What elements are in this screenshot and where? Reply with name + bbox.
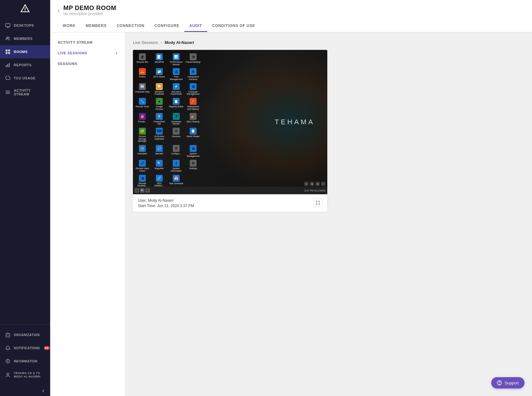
desktop-icon[interactable]: 🖥Remote Desktop... <box>134 174 150 188</box>
tab-audit[interactable]: AUDIT <box>184 20 207 32</box>
sidebar-item-notifications[interactable]: NOTIFICATIONS 50 <box>0 341 50 355</box>
sidebar-item-user[interactable]: TEHAMA CS & TS MODY AL-NASERI <box>0 368 50 382</box>
icon-label: Services <box>172 135 181 138</box>
sidebar-item-rooms[interactable]: ROOMS <box>0 45 50 58</box>
search-taskbar-icon[interactable]: 🔍 <box>140 188 145 193</box>
icon-label: Recovery PowerShell <box>169 91 184 95</box>
sidebar-collapse-btn[interactable] <box>0 386 50 396</box>
desktop-icon[interactable]: 📋Registry Editor <box>168 97 184 111</box>
desktop-icon[interactable]: ⚡Recovery PowerShell <box>168 82 184 96</box>
icon-label: Computer Management <box>186 91 201 95</box>
audit-nav-sessions[interactable]: SESSIONS <box>50 59 125 69</box>
desktop-icon[interactable]: 📋Event Viewer <box>185 127 201 143</box>
chevron-right-icon: › <box>116 51 118 56</box>
svg-rect-10 <box>6 52 8 54</box>
tab-connection[interactable]: CONNECTION <box>112 20 150 32</box>
icon-label: DFS Viewer <box>153 76 165 78</box>
desktop-icon[interactable]: 💬Windows Feedback <box>151 82 167 96</box>
desktop-icon[interactable]: ⚡PowerShell ISE <box>151 112 167 126</box>
desktop-icon[interactable]: ⚙Settings <box>185 159 201 173</box>
desktop-icon[interactable]: 🔒Private... <box>134 112 150 126</box>
desktop-icon[interactable]: 🧮Calculator <box>134 144 150 158</box>
icon-label: System Management <box>186 153 201 157</box>
audit-nav-live-sessions[interactable]: LIVE SESSIONS › <box>50 47 125 59</box>
desktop-icon[interactable]: 🖊Remote Input Panel <box>134 159 150 173</box>
desktop-icon <box>5 23 11 28</box>
desktop-icon[interactable]: 🔐Secure Storage Manager <box>134 127 150 143</box>
sidebar-item-information[interactable]: INFORMATION <box>0 355 50 368</box>
sidebar-item-label: ACTIVITY STREAM <box>14 88 45 96</box>
icon-label: Remote Input Panel <box>135 167 150 172</box>
desktop-icon[interactable]: 🔊Narrator <box>151 144 167 158</box>
desktop-icon[interactable]: 🧹Disk Cleanup <box>185 112 201 126</box>
desktop-icon[interactable]: 🦊Firefox <box>134 67 150 81</box>
sidebar-item-organization[interactable]: ORGANIZATION <box>0 328 50 341</box>
breadcrumb-parent[interactable]: Live Sessions <box>133 40 158 45</box>
room-description: No description provided <box>63 12 116 16</box>
desktop-icon[interactable]: 🔍Magnifier <box>151 159 167 173</box>
icon-label: Settings <box>189 167 197 170</box>
tab-configure[interactable]: CONFIGURE <box>150 20 184 32</box>
ctrl-btn-2[interactable]: ⊞ <box>310 182 314 186</box>
icon-label: Recycle Bin <box>137 61 148 63</box>
desktop-icon[interactable]: ⚙Configur... <box>168 144 184 158</box>
icon-label: Character Map <box>135 91 150 93</box>
sidebar-item-tcu-usage[interactable]: TCU USAGE <box>0 72 50 85</box>
people-icon <box>5 36 11 41</box>
desktop-icon[interactable]: 📁DFS Viewer <box>151 67 167 81</box>
desktop-icon[interactable]: ℹSystem Information <box>168 159 184 173</box>
sidebar-item-activity-stream[interactable]: ACTIVITY STREAM <box>0 85 50 100</box>
icon-image: 🔐 <box>139 128 146 135</box>
icon-image: 📋 <box>190 128 197 135</box>
desktop-icon[interactable]: 🖥Virtual Desktop <box>185 52 201 67</box>
desktop-icon[interactable]: 📊Performance Monitor <box>168 52 184 67</box>
svg-rect-16 <box>6 92 10 93</box>
desktop-icon[interactable]: 📝WordPad <box>151 52 167 67</box>
desktop-icon[interactable]: ●Google Chrome <box>151 97 167 111</box>
expand-button[interactable] <box>313 198 322 207</box>
desktop-icon[interactable]: ⬇Download Monitor <box>168 112 184 126</box>
ctrl-btn-3[interactable]: ⊟ <box>315 182 320 186</box>
desktop-icon[interactable]: ⚙Component Services <box>185 67 201 81</box>
icon-row: 🖥Remote Desktop...🔗DES Initiation...📅Tas… <box>134 174 204 188</box>
desktop-icon[interactable]: 🔤Character Map <box>134 82 150 96</box>
session-card: 🗑Recycle Bin📝WordPad📊Performance Monitor… <box>133 50 327 212</box>
desktop-icon[interactable]: 📅Task Schedule <box>168 174 184 188</box>
bar-chart-icon <box>5 62 11 68</box>
header-tabs: WORK MEMBERS CONNECTION CONFIGURE AUDIT … <box>58 20 524 32</box>
desktop-icon[interactable]: ⚙Services <box>168 127 184 143</box>
icon-row: 🗑Recycle Bin📝WordPad📊Performance Monitor… <box>134 52 204 67</box>
cloud-icon <box>5 75 11 81</box>
tab-conditions-of-use[interactable]: CONDITIONS OF USE <box>207 20 260 32</box>
sidebar-item-desktops[interactable]: DESKTOPS <box>0 19 50 32</box>
icon-label: Secure Storage Manager <box>135 135 150 142</box>
back-button[interactable]: ‹ <box>58 8 60 13</box>
sidebar-item-members[interactable]: MEMBERS <box>0 32 50 45</box>
sidebar-item-reports[interactable]: REPORTS <box>0 58 50 72</box>
icon-label: Windows Feedback <box>152 91 167 95</box>
sidebar-item-label: TEHAMA CS & TS MODY AL-NASERI <box>14 372 45 378</box>
support-button[interactable]: Support <box>491 377 524 388</box>
desktop-icon[interactable]: 🖥System Management <box>185 144 201 158</box>
icon-image: 🧮 <box>139 145 146 152</box>
audit-nav-activity-stream[interactable]: ACTIVITY STREAM <box>50 37 125 47</box>
desktop-icon[interactable]: ⌨OnScreen Keyboard <box>151 127 167 143</box>
icon-image: 🔤 <box>139 83 146 90</box>
icon-label: Magnifier <box>155 167 164 170</box>
desktop-icon[interactable]: 🔗DES Initiation... <box>151 174 167 188</box>
tab-work[interactable]: WORK <box>58 20 81 32</box>
icon-label: OnScreen Keyboard <box>152 135 167 140</box>
ctrl-btn-4[interactable]: ⛶ <box>321 182 325 186</box>
main-panel: Live Sessions › Mody Al-Naseri 🗑Recycle … <box>125 32 532 396</box>
taskview-icon[interactable]: ⧉ <box>145 188 150 193</box>
desktop-icon[interactable]: 🚀Deployment and Options <box>185 97 201 111</box>
icon-label: Configur... <box>171 153 181 155</box>
desktop-icon[interactable]: 🖥Computer Management <box>185 82 201 96</box>
tab-members[interactable]: MEMBERS <box>81 20 112 32</box>
start-icon[interactable]: ⊞ <box>135 188 139 193</box>
desktop-icon[interactable]: 🔧Remote Tools <box>134 97 150 111</box>
desktop-icon[interactable]: 🖨Print Management <box>168 67 184 81</box>
ctrl-btn-1[interactable]: ⊡ <box>304 182 308 186</box>
desktop-icon[interactable]: 🗑Recycle Bin <box>134 52 150 67</box>
icon-row: 🔒Private...⚡PowerShell ISE⬇Download Moni… <box>134 112 204 126</box>
